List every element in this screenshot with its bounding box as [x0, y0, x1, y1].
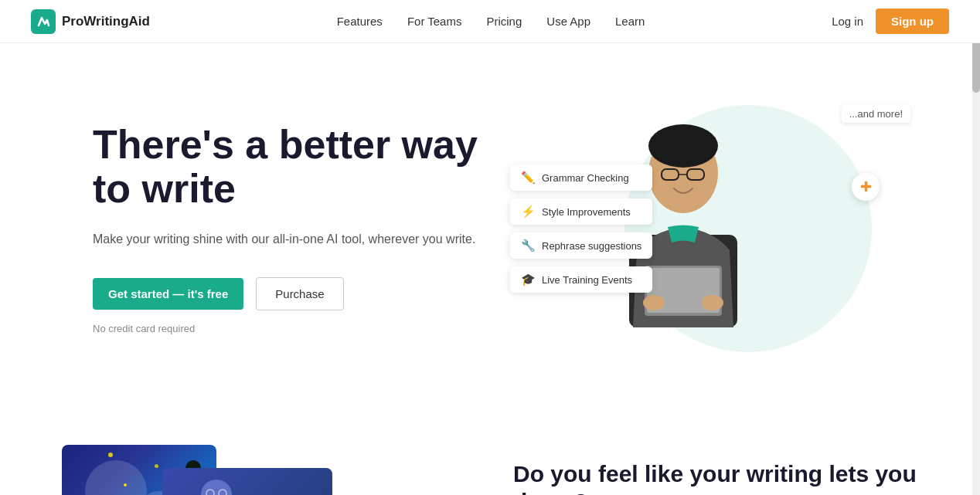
pill-training: 🎓 Live Training Events	[510, 266, 652, 293]
grammar-icon: ✏️	[521, 171, 536, 185]
hero-title: There's a better way to write	[93, 123, 495, 211]
section2-title: Do you feel like your writing lets you d…	[513, 460, 918, 495]
logo-link[interactable]: ProWritingAid	[31, 9, 150, 34]
hero-visual: ...and more! ✏️ Grammar Checking ⚡ Style…	[495, 90, 918, 368]
pill-training-label: Live Training Events	[542, 274, 632, 286]
second-card: My idea in my head	[162, 468, 332, 495]
login-button[interactable]: Log in	[832, 15, 863, 28]
scrollbar[interactable]	[972, 0, 980, 495]
svg-point-10	[201, 480, 232, 495]
hero-cta: Get started — it's free Purchase	[93, 277, 495, 310]
section2-visual: My idea in my head	[62, 445, 467, 495]
nav-features[interactable]: Features	[337, 15, 383, 28]
hero-content: There's a better way to write Make your …	[93, 123, 495, 334]
training-icon: 🎓	[521, 273, 536, 286]
pill-rephrase: 🔧 Rephrase suggestions	[510, 232, 652, 259]
rephrase-icon: 🔧	[521, 239, 536, 253]
no-credit-text: No credit card required	[93, 323, 495, 334]
pill-rephrase-label: Rephrase suggestions	[542, 240, 641, 252]
nav-learn[interactable]: Learn	[615, 15, 645, 28]
svg-point-2	[648, 124, 718, 168]
nav-pricing[interactable]: Pricing	[486, 15, 522, 28]
signup-button[interactable]: Sign up	[876, 8, 949, 34]
hero-subtitle: Make your writing shine with our all-in-…	[93, 229, 495, 249]
section2: My idea in my head Do you feel like your…	[0, 414, 980, 495]
svg-point-9	[702, 295, 723, 310]
pill-grammar-label: Grammar Checking	[542, 172, 629, 184]
pill-grammar: ✏️ Grammar Checking	[510, 164, 652, 191]
nav-use-app[interactable]: Use App	[546, 15, 590, 28]
navbar: ProWritingAid Features For Teams Pricing…	[0, 0, 980, 43]
more-label: ...and more!	[842, 105, 910, 123]
style-icon: ⚡	[521, 205, 536, 219]
section2-content: Do you feel like your writing lets you d…	[467, 445, 918, 495]
pill-style: ⚡ Style Improvements	[510, 198, 652, 225]
navbar-links: Features For Teams Pricing Use App Learn	[337, 15, 645, 29]
navbar-actions: Log in Sign up	[832, 8, 949, 34]
logo-icon	[31, 9, 56, 34]
svg-point-8	[643, 295, 665, 310]
plus-badge: ✚	[852, 173, 880, 201]
logo-text: ProWritingAid	[62, 14, 150, 29]
nav-for-teams[interactable]: For Teams	[407, 15, 462, 28]
feature-pills: ✏️ Grammar Checking ⚡ Style Improvements…	[510, 164, 652, 293]
pill-style-label: Style Improvements	[542, 206, 631, 218]
hero-section: There's a better way to write Make your …	[0, 43, 980, 414]
purchase-button[interactable]: Purchase	[256, 277, 343, 310]
get-started-button[interactable]: Get started — it's free	[93, 278, 243, 310]
